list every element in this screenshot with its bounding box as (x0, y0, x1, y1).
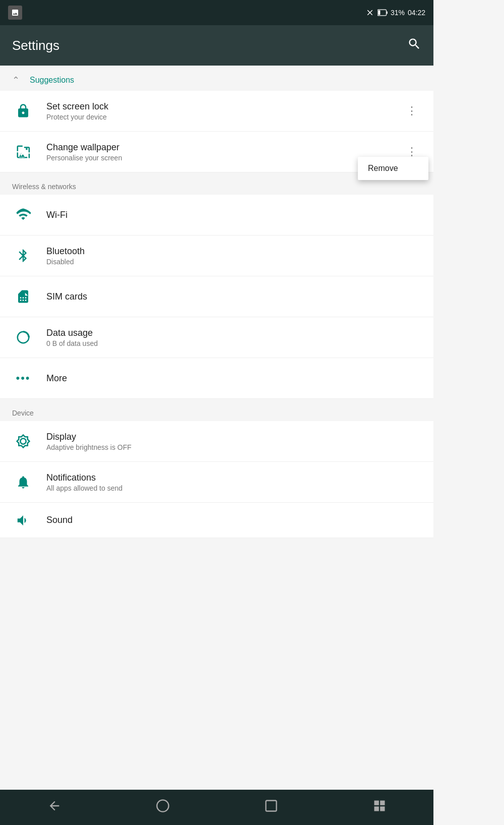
svg-rect-2 (378, 10, 380, 15)
sound-icon (12, 509, 34, 532)
device-section-header: Device (0, 399, 433, 421)
home-button[interactable] (151, 794, 175, 821)
display-icon (12, 430, 34, 452)
bluetooth-item[interactable]: Bluetooth Disabled (0, 235, 433, 276)
display-text: Display Adaptive brightness is OFF (46, 432, 421, 451)
display-subtitle: Adaptive brightness is OFF (46, 443, 421, 451)
notifications-item[interactable]: Notifications All apps allowed to send (0, 462, 433, 503)
more-text: More (46, 373, 421, 384)
status-bar-left (8, 6, 22, 20)
svg-rect-1 (387, 12, 388, 14)
data-usage-subtitle: 0 B of data used (46, 339, 421, 347)
bluetooth-text: Bluetooth Disabled (46, 246, 421, 266)
screen-lock-title: Set screen lock (46, 101, 402, 112)
screen-lock-subtitle: Protect your device (46, 113, 402, 121)
suggestions-header[interactable]: ⌃ Suggestions (0, 66, 433, 91)
notifications-text: Notifications All apps allowed to send (46, 473, 421, 492)
wallpaper-text: Change wallpaper Personalise your screen (46, 142, 402, 162)
sound-title: Sound (46, 515, 421, 525)
recents-button[interactable] (259, 794, 283, 821)
sim-text: SIM cards (46, 291, 421, 302)
change-wallpaper-item[interactable]: Change wallpaper Personalise your screen… (0, 132, 433, 172)
wallpaper-icon (12, 141, 34, 163)
bluetooth-subtitle: Disabled (46, 258, 421, 266)
wifi-text: Wi-Fi (46, 210, 421, 220)
status-bar: 31% 04:22 (0, 0, 433, 25)
status-bar-right: 31% 04:22 (365, 8, 425, 17)
no-sim-icon (365, 8, 374, 17)
wifi-icon (12, 204, 34, 226)
sim-cards-item[interactable]: SIM cards (0, 276, 433, 317)
wallpaper-subtitle: Personalise your screen (46, 154, 402, 162)
wifi-title: Wi-Fi (46, 210, 421, 220)
page-title: Settings (12, 38, 59, 53)
data-usage-icon (12, 326, 34, 348)
notifications-icon (12, 471, 34, 493)
remove-menu-item[interactable]: Remove (358, 157, 428, 180)
notifications-subtitle: All apps allowed to send (46, 484, 421, 492)
battery-percent: 31% (391, 9, 405, 17)
more-item[interactable]: ••• More (0, 358, 433, 399)
sim-title: SIM cards (46, 291, 421, 302)
back-button[interactable] (42, 794, 67, 821)
sim-icon (12, 285, 34, 308)
set-screen-lock-item[interactable]: Set screen lock Protect your device ⋮ (0, 91, 433, 132)
app-bar: Settings (0, 25, 433, 66)
wifi-item[interactable]: Wi-Fi (0, 195, 433, 235)
lock-icon (12, 100, 34, 122)
data-usage-text: Data usage 0 B of data used (46, 328, 421, 347)
screen-lock-text: Set screen lock Protect your device (46, 101, 402, 121)
svg-rect-5 (266, 800, 276, 811)
more-horizontal-icon: ••• (12, 367, 34, 389)
wallpaper-title: Change wallpaper (46, 142, 402, 153)
search-icon (407, 37, 421, 51)
apps-button[interactable] (367, 794, 392, 821)
notifications-title: Notifications (46, 473, 421, 483)
search-button[interactable] (407, 37, 421, 54)
data-usage-item[interactable]: Data usage 0 B of data used (0, 317, 433, 358)
data-usage-title: Data usage (46, 328, 421, 338)
context-menu: Remove (358, 157, 428, 180)
bottom-navigation (0, 790, 433, 825)
display-item[interactable]: Display Adaptive brightness is OFF (0, 421, 433, 462)
display-title: Display (46, 432, 421, 442)
time: 04:22 (408, 9, 425, 17)
suggestions-label: Suggestions (30, 76, 74, 85)
screen-lock-more-button[interactable]: ⋮ (402, 100, 421, 122)
sound-text: Sound (46, 515, 421, 525)
bluetooth-icon (12, 245, 34, 267)
chevron-up-icon: ⌃ (12, 75, 20, 86)
svg-point-4 (157, 800, 168, 811)
sound-item[interactable]: Sound (0, 503, 433, 538)
gallery-icon (8, 6, 22, 20)
battery-icon (377, 9, 388, 16)
more-title: More (46, 373, 421, 384)
bluetooth-title: Bluetooth (46, 246, 421, 257)
